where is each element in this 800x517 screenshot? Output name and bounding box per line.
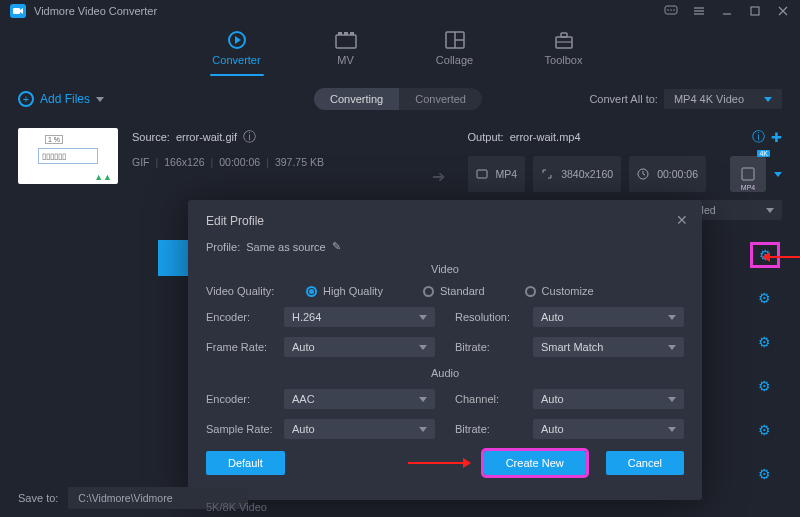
- radio-standard[interactable]: Standard: [423, 285, 485, 297]
- radio-high-quality[interactable]: High Quality: [306, 285, 383, 297]
- chevron-down-icon: [668, 315, 676, 320]
- video-bitrate-label: Bitrate:: [455, 341, 523, 353]
- svg-rect-15: [344, 32, 348, 35]
- video-bitrate-value: Smart Match: [541, 341, 603, 353]
- plus-icon: +: [18, 91, 34, 107]
- cancel-button[interactable]: Cancel: [606, 451, 684, 475]
- audio-bitrate-value: Auto: [541, 423, 564, 435]
- out-format-box[interactable]: MP4: [468, 156, 526, 192]
- svg-rect-16: [350, 32, 354, 35]
- samplerate-label: Sample Rate:: [206, 423, 274, 435]
- svg-rect-25: [742, 168, 754, 180]
- audio-encoder-dropdown[interactable]: AAC: [284, 389, 435, 409]
- add-files-label: Add Files: [40, 92, 90, 106]
- video-encoder-dropdown[interactable]: H.264: [284, 307, 435, 327]
- feedback-icon[interactable]: [664, 5, 678, 17]
- out-dims: 3840x2160: [561, 168, 613, 180]
- video-bitrate-dropdown[interactable]: Smart Match: [533, 337, 684, 357]
- info-icon[interactable]: ⓘ: [752, 128, 765, 146]
- channel-dropdown[interactable]: Auto: [533, 389, 684, 409]
- src-size: 397.75 KB: [275, 156, 324, 168]
- out-dims-box[interactable]: 3840x2160: [533, 156, 621, 192]
- svg-point-3: [670, 9, 672, 11]
- svg-rect-21: [561, 33, 567, 37]
- seg-converting[interactable]: Converting: [314, 88, 399, 110]
- chevron-down-icon: [419, 315, 427, 320]
- tab-collage-label: Collage: [436, 54, 473, 66]
- menu-icon[interactable]: [692, 5, 706, 17]
- src-dims: 166x126: [164, 156, 204, 168]
- svg-rect-0: [13, 8, 20, 14]
- resolution-label: Resolution:: [455, 311, 523, 323]
- chevron-down-icon: [96, 97, 104, 102]
- gear-icon[interactable]: ⚙: [756, 334, 772, 350]
- create-new-button[interactable]: Create New: [484, 451, 586, 475]
- tab-mv[interactable]: MV: [319, 30, 373, 76]
- info-icon[interactable]: ⓘ: [243, 128, 256, 146]
- tab-mv-label: MV: [337, 54, 354, 66]
- chevron-down-icon: [668, 427, 676, 432]
- collage-icon: [445, 30, 465, 50]
- annotation-arrow-icon: [768, 256, 800, 258]
- framerate-dropdown[interactable]: Auto: [284, 337, 435, 357]
- gear-icon[interactable]: ⚙: [756, 290, 772, 306]
- chevron-down-icon: [764, 97, 772, 102]
- edit-pencil-icon[interactable]: ✎: [332, 240, 341, 253]
- close-icon[interactable]: [776, 5, 790, 17]
- toolbox-icon: [554, 30, 574, 50]
- src-duration: 00:00:06: [219, 156, 260, 168]
- mv-icon: [335, 30, 357, 50]
- svg-rect-13: [336, 35, 356, 48]
- gear-icon[interactable]: ⚙: [756, 378, 772, 394]
- scale-icon: [541, 168, 553, 180]
- svg-rect-23: [477, 170, 487, 178]
- gear-icon[interactable]: ⚙: [756, 422, 772, 438]
- maximize-icon[interactable]: [748, 5, 762, 17]
- tab-converter-label: Converter: [212, 54, 260, 66]
- chevron-down-icon: [668, 397, 676, 402]
- video-icon: [476, 168, 488, 180]
- annotation-arrow-icon: [408, 462, 464, 464]
- save-to-label: Save to:: [18, 492, 58, 504]
- tab-toolbox[interactable]: Toolbox: [537, 30, 591, 76]
- resolution-dropdown[interactable]: Auto: [533, 307, 684, 327]
- section-audio: Audio: [206, 367, 684, 379]
- output-filename: error-wait.mp4: [510, 131, 581, 143]
- resolution-row-5k8k[interactable]: 5K/8K Video: [196, 495, 277, 517]
- out-format: MP4: [496, 168, 518, 180]
- compress-icon[interactable]: ✚: [771, 130, 782, 145]
- edit-profile-modal: ✕ Edit Profile Profile: Same as source ✎…: [188, 200, 702, 500]
- gear-icon[interactable]: ⚙: [756, 466, 772, 482]
- tab-converter[interactable]: Converter: [210, 30, 264, 76]
- out-dur-box[interactable]: 00:00:06: [629, 156, 706, 192]
- tab-collage[interactable]: Collage: [428, 30, 482, 76]
- close-icon[interactable]: ✕: [676, 212, 688, 228]
- toolbar: + Add Files Converting Converted Convert…: [0, 82, 800, 116]
- thumbnail[interactable]: 1 %▯▯▯▯▯▯ ▲▲: [18, 128, 118, 184]
- svg-rect-9: [751, 7, 759, 15]
- minimize-icon[interactable]: [720, 5, 734, 17]
- video-encoder-value: H.264: [292, 311, 321, 323]
- source-label: Source:: [132, 131, 170, 143]
- seg-converted[interactable]: Converted: [399, 88, 482, 110]
- out-duration: 00:00:06: [657, 168, 698, 180]
- convert-all-dropdown[interactable]: MP4 4K Video: [664, 89, 782, 109]
- chevron-down-icon[interactable]: [774, 172, 782, 177]
- default-button[interactable]: Default: [206, 451, 285, 475]
- modal-title: Edit Profile: [206, 214, 684, 228]
- samplerate-dropdown[interactable]: Auto: [284, 419, 435, 439]
- app-logo-icon: [10, 4, 26, 18]
- format-thumbnail[interactable]: 4K MP4: [730, 156, 766, 192]
- save-row: Save to: C:\Vidmore\Vidmore: [0, 487, 800, 509]
- resolution-value: Auto: [541, 311, 564, 323]
- audio-bitrate-label: Bitrate:: [455, 423, 523, 435]
- radio-standard-label: Standard: [440, 285, 485, 297]
- radio-customize[interactable]: Customize: [525, 285, 594, 297]
- section-video: Video: [206, 263, 684, 275]
- audio-bitrate-dropdown[interactable]: Auto: [533, 419, 684, 439]
- segment-control: Converting Converted: [314, 88, 482, 110]
- chevron-down-icon: [766, 208, 774, 213]
- add-files-button[interactable]: + Add Files: [18, 91, 104, 107]
- app-title: Vidmore Video Converter: [34, 5, 664, 17]
- audio-encoder-label: Encoder:: [206, 393, 274, 405]
